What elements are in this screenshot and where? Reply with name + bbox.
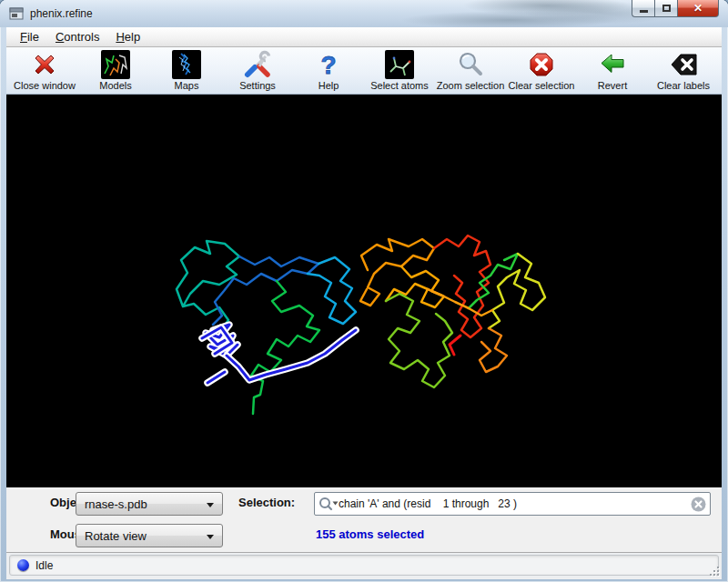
toolbar-button-clear-selection[interactable]: Clear selection — [506, 47, 577, 93]
control-panel: Object: rnase-s.pdb Selection: Mouse: — [6, 487, 722, 553]
mouse-dropdown[interactable]: Rotate view — [76, 524, 223, 547]
models-icon — [101, 50, 130, 79]
toolbar-label: Models — [99, 80, 131, 91]
object-dropdown[interactable]: rnase-s.pdb — [76, 492, 223, 516]
toolbar-button-maps[interactable]: Maps — [151, 47, 222, 93]
toolbar-label: Maps — [175, 80, 199, 91]
toolbar-button-revert[interactable]: Revert — [577, 47, 648, 93]
select-atoms-icon — [385, 50, 414, 79]
atoms-selected-count: 155 atoms selected — [316, 527, 424, 541]
maximize-icon — [662, 5, 671, 12]
clear-search-icon[interactable] — [691, 497, 706, 512]
titlebar[interactable]: phenix.refine ✕ — [0, 0, 728, 27]
chevron-down-icon — [207, 535, 214, 539]
menu-file[interactable]: File — [12, 28, 47, 45]
minimize-button[interactable] — [632, 0, 654, 17]
close-window-icon — [30, 50, 59, 79]
svg-text:?: ? — [320, 51, 336, 79]
window-title: phenix.refine — [30, 7, 93, 20]
resize-grip[interactable] — [708, 565, 719, 576]
toolbar-label: Zoom selection — [437, 80, 505, 91]
toolbar-button-close-window[interactable]: Close window — [9, 47, 80, 93]
toolbar-label: Help — [318, 80, 339, 91]
window-controls: ✕ — [632, 0, 719, 17]
clear-labels-icon — [669, 50, 698, 79]
toolbar-label: Settings — [239, 80, 276, 91]
search-menu-icon[interactable] — [318, 497, 339, 512]
toolbar-label: Clear selection — [509, 80, 575, 91]
window-content: File Controls Help Close window — [6, 27, 722, 579]
selection-searchbox — [314, 492, 711, 516]
chevron-down-icon — [207, 503, 214, 507]
minimize-icon — [640, 10, 648, 13]
toolbar-label: Select atoms — [370, 80, 429, 91]
toolbar-label: Clear labels — [657, 80, 710, 91]
toolbar-label: Revert — [598, 80, 627, 91]
toolbar-button-help[interactable]: ? Help — [293, 47, 364, 93]
viewport-canvas[interactable] — [6, 95, 722, 487]
zoom-selection-icon — [456, 50, 485, 79]
help-icon: ? — [314, 50, 343, 79]
object-dropdown-value: rnase-s.pdb — [85, 497, 147, 511]
toolbar: Close window Models — [6, 47, 722, 95]
maps-icon — [172, 50, 201, 79]
status-indicator-icon — [17, 559, 29, 571]
maximize-button[interactable] — [654, 0, 678, 17]
menu-controls[interactable]: Controls — [47, 28, 107, 45]
toolbar-label: Close window — [14, 80, 76, 91]
mouse-dropdown-value: Rotate view — [85, 529, 147, 543]
app-icon — [9, 6, 24, 21]
status-field: Idle — [9, 555, 719, 576]
close-icon: ✕ — [693, 3, 703, 14]
revert-icon — [598, 50, 627, 79]
toolbar-button-zoom-selection[interactable]: Zoom selection — [435, 47, 506, 93]
app-window: phenix.refine ✕ File Controls Help — [0, 0, 728, 582]
selection-input[interactable] — [339, 497, 691, 510]
toolbar-button-models[interactable]: Models — [80, 47, 151, 93]
toolbar-button-select-atoms[interactable]: Select atoms — [364, 47, 435, 93]
menubar: File Controls Help — [6, 27, 722, 47]
selection-label: Selection: — [238, 496, 295, 509]
toolbar-button-settings[interactable]: Settings — [222, 47, 293, 93]
close-button[interactable]: ✕ — [678, 0, 719, 17]
settings-icon — [243, 50, 272, 79]
status-text: Idle — [35, 559, 53, 572]
statusbar: Idle — [6, 553, 722, 578]
clear-selection-icon — [527, 50, 556, 79]
toolbar-button-clear-labels[interactable]: Clear labels — [648, 47, 719, 93]
menu-help[interactable]: Help — [107, 28, 148, 45]
molecule-render — [6, 95, 722, 487]
